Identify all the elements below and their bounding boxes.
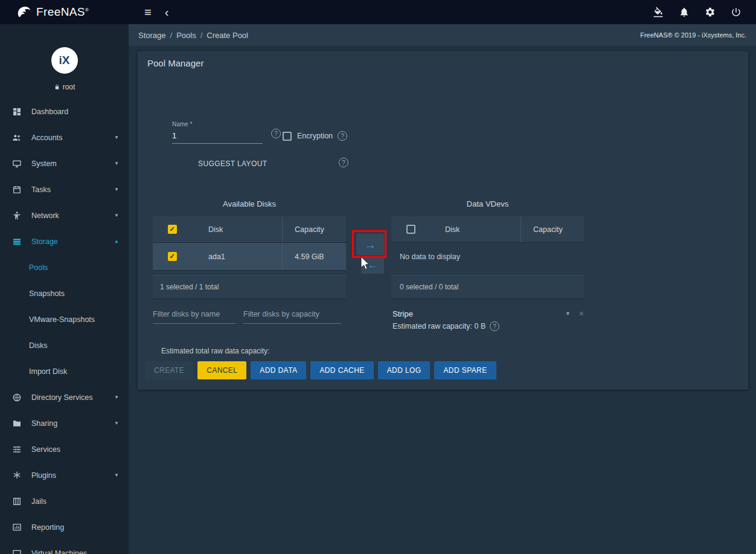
- disk-cell: ada1: [191, 253, 282, 261]
- chevron-down-icon: ▼: [114, 472, 119, 478]
- raw-capacity-help-icon[interactable]: ?: [490, 321, 499, 331]
- estimated-total-capacity-label: Estimated total raw data capacity:: [161, 347, 269, 355]
- sidebar-item-label: Storage: [31, 237, 58, 246]
- sidebar-item-disks[interactable]: Disks: [0, 332, 129, 358]
- available-disks-table: ✓ Disk Capacity ✓ ada1 4.59 GiB 1 select…: [153, 216, 346, 299]
- sidebar-item-label: Virtual Machines: [31, 549, 87, 554]
- color-fill-icon[interactable]: [653, 7, 664, 18]
- notifications-bell-icon[interactable]: [679, 7, 690, 18]
- sidebar-item-system[interactable]: System ▼: [0, 150, 129, 176]
- sidebar-item-label: Snapshots: [29, 289, 65, 298]
- empty-table-message: No data to display: [391, 243, 584, 271]
- breadcrumb-separator: /: [200, 31, 203, 40]
- sidebar-item-pools[interactable]: Pools: [0, 254, 129, 280]
- available-disks-title: Available Disks: [153, 199, 346, 208]
- chevron-down-icon: ▼: [114, 161, 119, 166]
- vdev-type-select[interactable]: Stripe ▼ ×: [392, 309, 584, 318]
- freenas-logo: FreeNAS®: [0, 5, 129, 19]
- sidebar-item-label: System: [31, 159, 57, 168]
- sidebar-item-label: Accounts: [31, 134, 62, 142]
- freenas-fish-icon: [16, 5, 31, 19]
- estimated-raw-capacity-text: Estimated raw capacity: 0 B: [392, 322, 485, 330]
- folder-icon: [12, 419, 23, 428]
- sidebar-item-services[interactable]: Services: [0, 436, 129, 462]
- table-row[interactable]: ✓ ada1 4.59 GiB: [153, 243, 346, 271]
- breadcrumb-link-pools[interactable]: Pools: [176, 31, 196, 40]
- vdev-type-value: Stripe: [392, 309, 413, 318]
- chevron-up-icon: ▲: [114, 239, 119, 244]
- row-checkbox[interactable]: ✓: [168, 252, 177, 261]
- sidebar-item-label: Sharing: [31, 419, 57, 428]
- avatar[interactable]: iX: [51, 47, 78, 74]
- sidebar-item-import-disk[interactable]: Import Disk: [0, 358, 129, 384]
- sidebar-item-snapshots[interactable]: Snapshots: [0, 280, 129, 306]
- add-cache-button[interactable]: ADD CACHE: [310, 361, 373, 379]
- sidebar-item-label: Pools: [29, 263, 48, 272]
- pool-name-input[interactable]: [172, 127, 263, 144]
- move-right-button[interactable]: →: [356, 234, 384, 256]
- storage-icon: [12, 237, 23, 246]
- brand-name: FreeNAS®: [36, 5, 89, 19]
- menu-toggle-icon[interactable]: ≡: [144, 5, 152, 19]
- pool-name-field: Name *: [172, 121, 263, 144]
- column-header-disk: Disk: [430, 225, 521, 234]
- column-header-capacity: Capacity: [282, 216, 346, 242]
- sidebar-item-storage[interactable]: Storage ▲: [0, 228, 129, 254]
- monitor-icon: [12, 159, 23, 169]
- sidebar-item-dashboard[interactable]: Dashboard: [0, 98, 129, 124]
- sidebar-item-label: Plugins: [31, 471, 56, 480]
- username: root: [0, 83, 129, 91]
- sidebar-item-reporting[interactable]: Reporting: [0, 514, 129, 540]
- filter-disks-by-capacity-input[interactable]: [243, 308, 341, 324]
- create-button[interactable]: CREATE: [145, 361, 193, 379]
- collapse-nav-icon[interactable]: ‹: [165, 5, 169, 19]
- cancel-button[interactable]: CANCEL: [197, 361, 246, 379]
- remove-vdev-icon[interactable]: ×: [579, 309, 584, 318]
- add-log-button[interactable]: ADD LOG: [378, 361, 431, 379]
- sidebar-item-tasks[interactable]: Tasks ▼: [0, 176, 129, 202]
- suggest-layout-help-icon[interactable]: ?: [339, 158, 348, 167]
- data-vdevs-footer: 0 selected / 0 total: [391, 275, 584, 299]
- sidebar-item-accounts[interactable]: Accounts ▼: [0, 124, 129, 150]
- sidebar-item-label: Services: [31, 445, 60, 454]
- sidebar-item-virtual-machines[interactable]: Virtual Machines: [0, 540, 129, 554]
- filter-disks-by-name-input[interactable]: [153, 308, 235, 324]
- pool-name-label: Name *: [172, 121, 263, 127]
- name-help-icon[interactable]: ?: [271, 129, 281, 138]
- sidebar-item-label: Jails: [31, 497, 46, 506]
- data-vdevs-header: Disk Capacity: [391, 216, 584, 243]
- sidebar-item-label: Network: [31, 211, 59, 220]
- capacity-cell: 4.59 GiB: [282, 243, 346, 270]
- encryption-label: Encryption: [297, 132, 333, 140]
- sidebar-item-vmware-snapshots[interactable]: VMware-Snapshots: [0, 306, 129, 332]
- sidebar-item-label: VMware-Snapshots: [29, 315, 95, 324]
- sidebar-item-label: Import Disk: [29, 367, 67, 376]
- pool-manager-card: Pool Manager Name * ? Encryption ? SUGGE…: [138, 51, 748, 390]
- sliders-icon: [12, 445, 23, 454]
- breadcrumb-link-storage[interactable]: Storage: [138, 31, 166, 40]
- sidebar-item-label: Tasks: [31, 185, 51, 194]
- settings-gear-icon[interactable]: [705, 7, 716, 18]
- data-vdevs-title: Data VDevs: [391, 199, 584, 208]
- copyright-text: FreeNAS® © 2019 - iXsystems, Inc.: [640, 31, 746, 39]
- encryption-help-icon[interactable]: ?: [338, 131, 347, 141]
- sidebar-item-jails[interactable]: Jails: [0, 488, 129, 514]
- breadcrumb: Storage / Pools / Create Pool FreeNAS® ©…: [129, 24, 756, 46]
- username-label: root: [63, 83, 75, 91]
- power-icon[interactable]: [731, 7, 742, 18]
- chevron-down-icon: ▼: [114, 135, 119, 140]
- vdev-select-all-checkbox[interactable]: [406, 225, 415, 234]
- sidebar-item-sharing[interactable]: Sharing ▼: [0, 410, 129, 436]
- sidebar-item-network[interactable]: Network ▼: [0, 202, 129, 228]
- dashboard-icon: [12, 107, 23, 117]
- breadcrumb-current-create-pool: Create Pool: [207, 31, 248, 40]
- sidebar-item-plugins[interactable]: Plugins ▼: [0, 462, 129, 488]
- add-spare-button[interactable]: ADD SPARE: [434, 361, 496, 379]
- select-all-checkbox[interactable]: ✓: [168, 225, 177, 234]
- suggest-layout-button[interactable]: SUGGEST LAYOUT: [198, 159, 267, 168]
- sidebar-item-directory-services[interactable]: Directory Services ▼: [0, 384, 129, 410]
- add-data-button[interactable]: ADD DATA: [251, 361, 306, 379]
- encryption-checkbox[interactable]: [283, 132, 292, 141]
- chevron-down-icon: ▼: [114, 395, 119, 400]
- chevron-down-icon[interactable]: ▼: [565, 311, 571, 317]
